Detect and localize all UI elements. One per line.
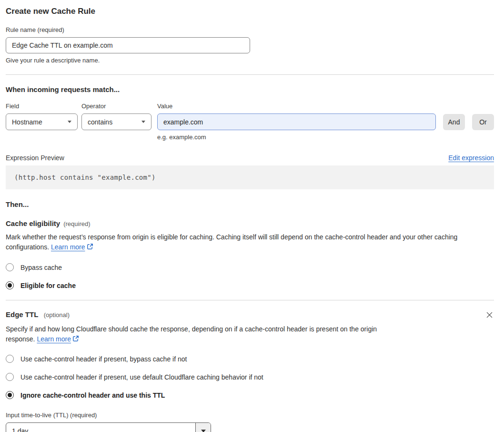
chevron-down-icon [141, 121, 145, 123]
rule-name-group: Rule name (required) Give your rule a de… [6, 26, 494, 64]
section-divider [6, 300, 494, 300]
cache-eligibility-description: Mark whether the request’s response from… [6, 232, 494, 253]
eligible-for-cache-option[interactable]: Eligible for cache [6, 281, 494, 289]
rule-name-helper: Give your rule a descriptive name. [6, 57, 494, 64]
operator-select-value: contains [88, 118, 112, 126]
operator-column: Operator contains [81, 103, 151, 130]
rule-name-label: Rule name (required) [6, 26, 494, 33]
cache-eligibility-learn-more-link[interactable]: Learn more [51, 243, 85, 251]
condition-buttons: And Or [443, 103, 494, 130]
ttl-option-ignore-header[interactable]: Ignore cache-control header and use this… [6, 391, 494, 399]
external-link-icon [72, 335, 79, 345]
edge-ttl-title-group: Edge TTL (optional) [6, 310, 70, 319]
eligible-for-cache-label: Eligible for cache [20, 282, 76, 289]
edge-ttl-title: Edge TTL [6, 310, 38, 319]
radio-dot [8, 393, 12, 397]
edge-ttl-learn-more-link[interactable]: Learn more [37, 335, 71, 343]
expression-preview-code: (http.host contains "example.com") [6, 165, 494, 189]
and-button[interactable]: And [443, 114, 465, 130]
ttl-input-label: Input time-to-live (TTL) (required) [6, 411, 494, 419]
value-column: Value e.g. example.com [157, 103, 436, 141]
or-button[interactable]: Or [472, 114, 494, 130]
edge-ttl-header: Edge TTL (optional) [6, 310, 494, 319]
ttl-option-default-if-absent[interactable]: Use cache-control header if present, use… [6, 373, 494, 381]
then-heading: Then... [6, 200, 494, 208]
ttl-option-label: Use cache-control header if present, use… [20, 373, 263, 381]
ttl-select[interactable]: 1 day [6, 422, 211, 432]
operator-select[interactable]: contains [81, 113, 151, 130]
match-condition-row: Field Hostname Operator contains Value e… [6, 103, 494, 141]
radio-unselected-icon[interactable] [6, 263, 14, 271]
cache-eligibility-title: Cache eligibility [6, 219, 60, 227]
ttl-option-bypass-if-absent[interactable]: Use cache-control header if present, byp… [6, 355, 494, 363]
field-select-value: Hostname [12, 118, 42, 126]
ttl-select-value: 1 day [6, 423, 195, 432]
radio-dot [8, 283, 12, 288]
cache-eligibility-header: Cache eligibility (required) [6, 219, 494, 227]
bypass-cache-option[interactable]: Bypass cache [6, 263, 494, 271]
ttl-input-group: Input time-to-live (TTL) (required) 1 da… [6, 411, 494, 432]
cache-eligibility-required-tag: (required) [63, 220, 90, 227]
ttl-option-label: Use cache-control header if present, byp… [20, 355, 187, 363]
close-icon[interactable] [485, 310, 494, 319]
field-label: Field [6, 103, 78, 110]
radio-unselected-icon[interactable] [6, 355, 14, 363]
page-title: Create new Cache Rule [6, 7, 494, 16]
edit-expression-link[interactable]: Edit expression [448, 154, 494, 162]
expression-preview-label: Expression Preview [6, 154, 64, 162]
external-link-icon [87, 243, 93, 253]
radio-unselected-icon[interactable] [6, 373, 14, 381]
create-cache-rule-page: Create new Cache Rule Rule name (require… [0, 0, 504, 432]
expression-preview-row: Expression Preview Edit expression [6, 154, 494, 162]
value-label: Value [157, 103, 436, 110]
ttl-option-label: Ignore cache-control header and use this… [20, 391, 165, 399]
edge-ttl-optional-tag: (optional) [44, 311, 70, 319]
radio-selected-icon[interactable] [6, 391, 14, 399]
value-input[interactable] [157, 113, 436, 130]
field-column: Field Hostname [6, 103, 78, 130]
value-helper: e.g. example.com [157, 134, 436, 141]
field-select[interactable]: Hostname [6, 113, 78, 130]
rule-name-input[interactable] [6, 37, 250, 53]
match-section-heading: When incoming requests match... [6, 85, 494, 93]
edge-ttl-description: Specify if and how long Cloudflare shoul… [6, 324, 402, 345]
operator-label: Operator [81, 103, 151, 110]
radio-selected-icon[interactable] [6, 281, 14, 289]
chevron-down-icon [201, 430, 206, 432]
ttl-select-dropdown-button[interactable] [195, 423, 211, 432]
section-divider [6, 74, 494, 75]
chevron-down-icon [68, 121, 71, 123]
bypass-cache-label: Bypass cache [20, 264, 62, 271]
